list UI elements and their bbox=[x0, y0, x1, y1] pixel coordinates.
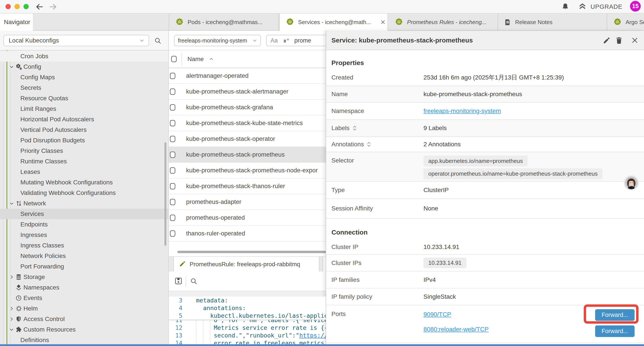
column-name[interactable]: Name bbox=[188, 56, 214, 63]
select-all-checkbox[interactable] bbox=[171, 56, 177, 62]
sidebar-item-custom-resources[interactable]: Custom Resources bbox=[0, 324, 168, 335]
port-9090-link[interactable]: 9090/TCP bbox=[424, 311, 451, 318]
tab-prometheus-rules[interactable]: Prometheus Rules - icecheng... bbox=[389, 13, 498, 31]
avatar[interactable] bbox=[624, 175, 639, 191]
sidebar-item-pod-disruption-budgets[interactable]: Pod Disruption Budgets bbox=[0, 135, 168, 146]
editor-search-icon[interactable] bbox=[190, 277, 198, 286]
chevron-right-icon[interactable] bbox=[9, 316, 15, 322]
sidebar-item-ingresses[interactable]: Ingresses bbox=[0, 230, 168, 240]
row-checkbox[interactable] bbox=[170, 136, 175, 142]
table-row[interactable]: thanos-ruler-operated bbox=[169, 226, 326, 242]
sidebar-item-namespaces[interactable]: Namespaces bbox=[0, 282, 168, 293]
row-checkbox[interactable] bbox=[170, 183, 175, 189]
editor-tab-prometheusrule[interactable]: PrometheusRule: freeleaps-prod-rabbitmq bbox=[174, 257, 319, 272]
row-checkbox[interactable] bbox=[170, 230, 175, 237]
sidebar-item-storage[interactable]: Storage bbox=[0, 272, 168, 282]
navigator-panel-tab[interactable]: Navigator bbox=[0, 13, 33, 31]
forward-button-8080[interactable]: Forward... bbox=[595, 326, 634, 337]
sidebar-item-port-forwarding[interactable]: Port Forwarding bbox=[0, 261, 168, 272]
sidebar-item-endpoints[interactable]: Endpoints bbox=[0, 219, 168, 230]
code-line: 5 kubectl.kubernetes.io/last-applied-co bbox=[169, 312, 326, 320]
sidebar-item-priority-classes[interactable]: Priority Classes bbox=[0, 146, 168, 156]
save-icon[interactable] bbox=[174, 276, 182, 287]
table-row[interactable]: prometheus-adapter bbox=[169, 194, 326, 210]
search-icon[interactable] bbox=[154, 37, 162, 45]
sidebar-item-resource-quotas[interactable]: Resource Quotas bbox=[0, 93, 168, 104]
sidebar-item-helm[interactable]: Helm bbox=[0, 303, 168, 314]
sidebar-item-events[interactable]: Events bbox=[0, 293, 168, 303]
table-search-input[interactable]: Aa ∎* prome bbox=[266, 35, 326, 46]
row-ip-family-policy: IP family policy SingleStack bbox=[326, 288, 644, 305]
namespace-link[interactable]: freeleaps-monitoring-system bbox=[424, 107, 501, 114]
sidebar-item-limit-ranges[interactable]: Limit Ranges bbox=[0, 104, 168, 114]
tab-argo[interactable]: Argo Se bbox=[607, 13, 644, 31]
minimize-window-button[interactable] bbox=[14, 4, 20, 9]
chevron-down-icon[interactable] bbox=[9, 64, 15, 70]
tab-pods[interactable]: Pods - icecheng@mathmas... bbox=[169, 13, 278, 31]
back-icon[interactable] bbox=[35, 2, 44, 11]
edit-icon[interactable] bbox=[603, 36, 611, 46]
chevron-right-icon[interactable] bbox=[9, 306, 15, 311]
horizontal-scrollbar[interactable] bbox=[177, 251, 326, 253]
row-checkbox[interactable] bbox=[170, 120, 175, 126]
sidebar-item-cron-jobs[interactable]: Cron Jobs bbox=[0, 51, 168, 61]
table-row[interactable]: kube-prometheus-stack-alertmanager bbox=[169, 84, 326, 100]
sidebar-item-config-maps[interactable]: Config Maps bbox=[0, 72, 168, 82]
maximize-window-button[interactable] bbox=[24, 4, 29, 9]
notifications-bell-icon[interactable] bbox=[561, 3, 570, 12]
close-window-button[interactable] bbox=[6, 4, 11, 9]
tab-release-notes[interactable]: Release Notes bbox=[498, 13, 607, 31]
port-8080-link[interactable]: 8080:reloader-web/TCP bbox=[424, 326, 488, 333]
match-case-icon[interactable]: Aa bbox=[270, 37, 278, 44]
table-row[interactable]: prometheus-operated bbox=[169, 210, 326, 226]
row-checkbox[interactable] bbox=[170, 104, 175, 111]
sidebar-item-config[interactable]: Config bbox=[0, 61, 168, 72]
sidebar-item-vertical-pod-autoscalers[interactable]: Vertical Pod Autoscalers bbox=[0, 125, 168, 135]
sidebar-item-mutating-webhook-configurations[interactable]: Mutating Webhook Configurations bbox=[0, 177, 168, 188]
chevron-down-icon[interactable] bbox=[9, 327, 15, 333]
table-row[interactable]: kube-prometheus-stack-prometheus-node-ex… bbox=[169, 163, 326, 178]
table-row[interactable]: kube-prometheus-stack-kube-state-metrics bbox=[169, 115, 326, 131]
upgrade-label[interactable]: UPGRADE bbox=[590, 3, 622, 10]
sidebar-item-services[interactable]: Services bbox=[0, 209, 168, 219]
sidebar-item-runtime-classes[interactable]: Runtime Classes bbox=[0, 156, 168, 167]
regex-icon[interactable]: ∎* bbox=[283, 37, 289, 44]
chevron-down-icon[interactable] bbox=[9, 201, 15, 206]
editor-tab-partial[interactable] bbox=[323, 257, 326, 272]
delete-icon[interactable] bbox=[615, 36, 623, 46]
sidebar-item-leases[interactable]: Leases bbox=[0, 167, 168, 177]
sidebar-item-horizontal-pod-autoscalers[interactable]: Horizontal Pod Autoscalers bbox=[0, 114, 168, 125]
row-checkbox[interactable] bbox=[170, 167, 175, 174]
tab-services-active[interactable]: Services - icecheng@math... bbox=[279, 13, 388, 31]
row-checkbox[interactable] bbox=[170, 88, 175, 95]
sidebar-item-network[interactable]: Network bbox=[0, 198, 168, 209]
sidebar-scrollbar[interactable] bbox=[164, 142, 166, 246]
runbook-url-link[interactable]: https://net bbox=[299, 332, 326, 339]
expand-updown-icon[interactable] bbox=[366, 141, 371, 148]
namespace-select[interactable]: freeleaps-monitoring-system bbox=[174, 35, 261, 46]
upgrade-icon[interactable] bbox=[578, 2, 587, 12]
expand-updown-icon[interactable] bbox=[352, 125, 357, 131]
kubeconfig-select[interactable]: Local Kubeconfigs bbox=[4, 35, 149, 46]
close-tab-icon[interactable] bbox=[380, 19, 388, 25]
table-row[interactable]: kube-prometheus-stack-grafana bbox=[169, 100, 326, 115]
yaml-editor[interactable]: 11 o","for":"nm","labels":{"service":"f … bbox=[169, 297, 326, 344]
forward-icon[interactable] bbox=[49, 2, 58, 11]
sidebar-item-secrets[interactable]: Secrets bbox=[0, 82, 168, 93]
table-row[interactable]: kube-prometheus-stack-operator bbox=[169, 131, 326, 147]
sidebar-item-network-policies[interactable]: Network Policies bbox=[0, 251, 168, 261]
row-checkbox[interactable] bbox=[170, 199, 175, 205]
sidebar-item-validating-webhook-configurations[interactable]: Validating Webhook Configurations bbox=[0, 188, 168, 198]
sidebar-item-definitions[interactable]: Definitions bbox=[0, 335, 168, 344]
table-row[interactable]: kube-prometheus-stack-prometheus bbox=[169, 147, 326, 163]
table-row[interactable]: kube-prometheus-stack-thanos-ruler bbox=[169, 178, 326, 194]
row-checkbox[interactable] bbox=[170, 73, 175, 79]
close-panel-icon[interactable] bbox=[631, 36, 639, 46]
chevron-right-icon[interactable] bbox=[9, 274, 15, 280]
sidebar-item-access-control[interactable]: Access Control bbox=[0, 314, 168, 324]
row-checkbox[interactable] bbox=[170, 215, 175, 221]
table-row[interactable]: alertmanager-operated bbox=[169, 68, 326, 84]
notification-badge[interactable]: 15 bbox=[630, 1, 641, 11]
row-checkbox[interactable] bbox=[170, 152, 175, 158]
sidebar-item-ingress-classes[interactable]: Ingress Classes bbox=[0, 240, 168, 251]
